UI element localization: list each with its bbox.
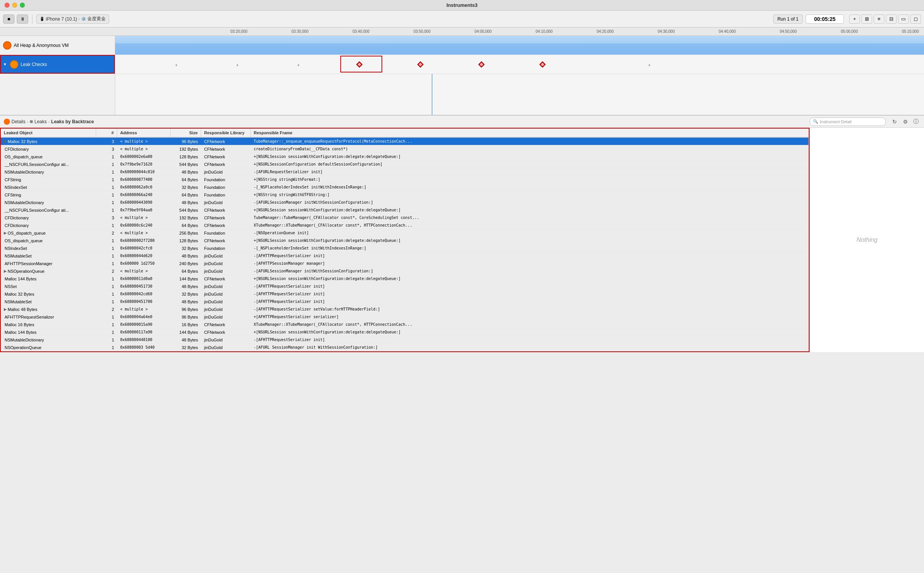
table-row[interactable]: NSIndexSet 1 0x60000042cfc0 32 Bytes Fou… (1, 245, 808, 252)
td-frame: +[NSURLSession sessionWithConfiguration:… (251, 275, 808, 282)
table-container: Leaked Object # Address Size Responsible… (0, 128, 924, 352)
td-count: 1 (96, 199, 117, 206)
table-row[interactable]: CFDictionary 3 < multiple > 192 Bytes CF… (1, 145, 808, 153)
leak-marker-1: ⬧ (173, 61, 180, 68)
table-row[interactable]: NSMutableDictionary 1 0x600000443090 48 … (1, 199, 808, 206)
leak-marker-2: ⬧ (234, 61, 241, 68)
td-library: Foundation (201, 191, 251, 198)
td-size: 48 Bytes (171, 252, 201, 259)
table-row[interactable]: Malloc 144 Bytes 1 0x60000011d0a0 144 By… (1, 275, 808, 283)
table-body: ▶ Malloc 32 Bytes 3 < multiple > 96 Byte… (1, 138, 809, 351)
table-row[interactable]: AFHTTPRequestSerializer 1 0x6000004a64e0… (1, 313, 808, 321)
table-row[interactable]: OS_dispatch_queue 1 0x6000002e6a00 128 B… (1, 153, 808, 161)
breadcrumb-icon (4, 119, 10, 125)
toolbar: ■ ⏸ 📱 iPhone 7 (10.1) › ⚙️ 金度黄金 Run 1 of… (0, 11, 924, 27)
view-toggle-2[interactable]: ≡ (874, 14, 884, 24)
table-row[interactable]: __NSCFURLSessionConfigur ati... 1 0x7f9b… (1, 161, 808, 168)
table-outer-border: Leaked Object # Address Size Responsible… (0, 128, 810, 352)
table-row[interactable]: NSMutableSet 1 0x60800044d620 48 Bytes j… (1, 252, 808, 260)
table-row[interactable]: Malloc 16 Bytes 1 0x600000015a90 16 Byte… (1, 321, 808, 328)
stop-button[interactable]: ■ (3, 14, 14, 24)
td-object: CFDictionary (1, 214, 96, 221)
settings-button[interactable]: ⚙ (901, 117, 910, 126)
td-library: CFNetwork (201, 328, 251, 336)
table-row[interactable]: ▶ Malloc 48 Bytes 2 < multiple > 96 Byte… (1, 306, 808, 313)
time-mark: 04:00,000 (475, 29, 492, 34)
td-size: 48 Bytes (171, 199, 201, 206)
refresh-button[interactable]: ↻ (890, 117, 899, 126)
search-icon: 🔍 (813, 119, 818, 124)
info-button[interactable]: ⓘ (912, 117, 920, 126)
view-toggle-1[interactable]: ⊞ (861, 14, 872, 24)
track-label-heap[interactable]: All Heap & Anonymous VM (0, 36, 115, 55)
td-size: 544 Bytes (171, 161, 201, 168)
table-row[interactable]: ▶ OS_dispatch_queue 2 < multiple > 256 B… (1, 229, 808, 237)
td-size: 64 Bytes (171, 222, 201, 229)
table-row[interactable]: NSIndexSet 1 0x60800062a9c0 32 Bytes Fou… (1, 183, 808, 191)
col-header-address: Address (117, 129, 171, 137)
table-row[interactable]: NSMutableSet 1 0x608000451700 48 Bytes j… (1, 298, 808, 306)
app-title: Instruments3 (446, 2, 478, 8)
td-size: 256 Bytes (171, 229, 201, 237)
td-library: CFNetwork (201, 214, 251, 221)
td-count: 1 (96, 298, 117, 305)
device-badge[interactable]: 📱 iPhone 7 (10.1) › ⚙️ 金度黄金 (36, 14, 109, 24)
maximize-button[interactable] (20, 3, 25, 8)
breadcrumb-details[interactable]: Details (11, 119, 26, 124)
target-name: 金度黄金 (87, 16, 106, 22)
td-address: < multiple > (117, 214, 171, 221)
table-row[interactable]: __NSCFURLSessionConfigur ati... 1 0x7f9b… (1, 206, 808, 214)
table-row[interactable]: Malloc 32 Bytes 1 0x60000042cd60 32 Byte… (1, 290, 808, 298)
td-size: 192 Bytes (171, 214, 201, 221)
table-row[interactable]: NSOperationQueue 1 0x60800003 5d40 32 By… (1, 344, 808, 351)
td-count: 1 (96, 222, 117, 229)
leak-marker-4-selected (356, 61, 363, 68)
table-row[interactable]: ▶ NSOperationQueue 2 < multiple > 64 Byt… (1, 267, 808, 275)
close-button[interactable] (5, 3, 10, 8)
td-count: 1 (96, 260, 117, 267)
table-row[interactable]: Malloc 144 Bytes 1 0x600000117a90 144 By… (1, 328, 808, 336)
td-address: 0x600000044c810 (117, 168, 171, 175)
view-toggle-5[interactable]: ◻ (910, 14, 921, 24)
td-count: 2 (96, 267, 117, 275)
table-row[interactable]: CFString 1 0x60800066a240 64 Bytes Found… (1, 191, 808, 199)
table-row[interactable]: NSMutableDictionary 1 0x600000044c810 48… (1, 168, 808, 176)
td-object: Malloc 16 Bytes (1, 321, 96, 328)
search-box[interactable]: 🔍 Instrument Detail (810, 117, 886, 126)
table-row[interactable]: NSMutableDictionary 1 0x608000448100 48 … (1, 336, 808, 344)
td-size: 240 Bytes (171, 260, 201, 267)
table-row[interactable]: CFDictionary 1 0x600000c6c240 64 Bytes C… (1, 222, 808, 229)
table-row[interactable]: AFHTTPSessionManager 1 0x600000 1d2750 2… (1, 260, 808, 267)
td-count: 3 (96, 214, 117, 221)
td-frame: -[_NSPlaceholderIndexSet initWithIndexes… (251, 183, 808, 191)
leaks-track-icon (10, 60, 18, 69)
td-address: 0x600000c6c240 (117, 222, 171, 229)
td-count: 1 (96, 313, 117, 320)
td-library: CFNetwork (201, 321, 251, 328)
breadcrumb-action-buttons: ↻ ⚙ ⓘ (890, 117, 920, 126)
td-object: CFDictionary (1, 145, 96, 153)
add-instrument-button[interactable]: + (849, 14, 860, 24)
timeline-spacer (115, 74, 924, 115)
table-row[interactable]: CFDictionary 3 < multiple > 192 Bytes CF… (1, 214, 808, 222)
td-address: 0x60800044d620 (117, 252, 171, 259)
nothing-label: Nothing (856, 237, 877, 243)
td-count: 1 (96, 344, 117, 351)
table-row[interactable]: OS_dispatch_queue 1 0x60800002f7280 128 … (1, 237, 808, 245)
table-row[interactable]: ▶ Malloc 32 Bytes 3 < multiple > 96 Byte… (1, 138, 808, 145)
minimize-button[interactable] (12, 3, 17, 8)
table-row[interactable]: NSSet 1 0x608000451730 48 Bytes jinDuGol… (1, 283, 808, 290)
breadcrumb-leaks[interactable]: Leaks (34, 119, 47, 124)
view-toggle-3[interactable]: ⊟ (886, 14, 897, 24)
td-address: < multiple > (117, 229, 171, 237)
time-mark: 05:10,000 (902, 29, 919, 34)
track-label-leaks[interactable]: ▼ Leak Checks (0, 55, 115, 74)
table-row[interactable]: CFString 1 0x600000877400 64 Bytes Found… (1, 176, 808, 183)
td-size: 48 Bytes (171, 168, 201, 175)
view-toggle-4[interactable]: ▭ (898, 14, 909, 24)
td-count: 1 (96, 176, 117, 183)
pause-button[interactable]: ⏸ (17, 14, 28, 24)
breadcrumb-leaks-by-backtrace[interactable]: Leaks by Backtrace (51, 119, 94, 124)
td-object: NSMutableDictionary (1, 168, 96, 175)
td-library: jinDuGold (201, 267, 251, 275)
